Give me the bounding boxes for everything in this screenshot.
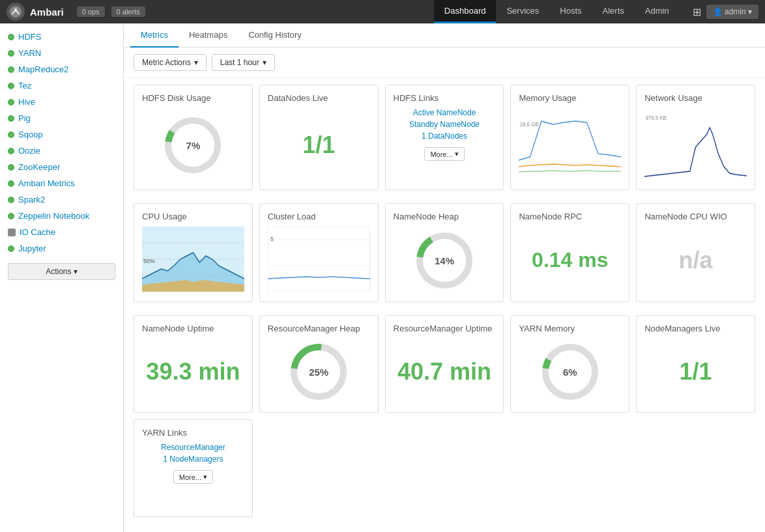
- sidebar-label-jupyter: Jupyter: [18, 244, 46, 253]
- network-chart-area: 976.5 KB: [644, 108, 747, 182]
- rm-heap-donut: 25%: [286, 339, 351, 404]
- card-namenode-cpu-wio: NameNode CPU WIO n/a: [636, 203, 755, 302]
- chevron-down-icon: ▾: [194, 58, 198, 67]
- sidebar-actions-button[interactable]: Actions ▾: [8, 263, 115, 280]
- card-title-nn-uptime: NameNode Uptime: [142, 324, 244, 333]
- user-menu-button[interactable]: 👤 admin ▾: [706, 5, 758, 19]
- sidebar-item-spark2[interactable]: Spark2: [0, 191, 123, 208]
- main-layout: HDFS YARN MapReduce2 Tez Hive Pig Sqoop: [0, 23, 765, 532]
- hdfs-donut-label: 7%: [186, 139, 201, 150]
- hdfs-donut: 7%: [160, 113, 225, 178]
- app-title: Ambari: [30, 7, 64, 18]
- yarn-memory-donut-container: 6%: [519, 339, 621, 404]
- sidebar-item-zookeeper[interactable]: ZooKeeper: [0, 159, 123, 175]
- chevron-down-icon-2: ▾: [263, 58, 267, 67]
- oozie-status-dot: [8, 148, 14, 154]
- nn-cpu-wio-value: n/a: [644, 227, 747, 294]
- hdfs-link-datanodes[interactable]: 1 DataNodes: [394, 132, 496, 141]
- cpu-chart-area: 50%: [142, 227, 244, 294]
- yarn-memory-donut: 6%: [538, 339, 603, 404]
- spark2-status-dot: [8, 197, 14, 203]
- card-yarn-links: YARN Links ResourceManager 1 NodeManager…: [134, 419, 253, 517]
- card-title-cluster: Cluster Load: [268, 212, 370, 221]
- hdfs-donut-container: 7%: [142, 108, 244, 182]
- sidebar-item-io-cache[interactable]: IO Cache: [0, 224, 123, 240]
- sidebar-item-hdfs[interactable]: HDFS: [0, 29, 123, 45]
- tab-config-history[interactable]: Config History: [238, 23, 312, 48]
- sqoop-status-dot: [8, 132, 14, 138]
- pig-status-dot: [8, 115, 14, 122]
- hdfs-link-active-namenode[interactable]: Active NameNode: [394, 108, 496, 117]
- sidebar-item-mapreduce2[interactable]: MapReduce2: [0, 61, 123, 77]
- card-memory-usage: Memory Usage 18.6 GB: [510, 85, 629, 190]
- zookeeper-status-dot: [8, 164, 14, 171]
- content-area: Metrics Heatmaps Config History Metric A…: [124, 23, 765, 532]
- sidebar-item-pig[interactable]: Pig: [0, 110, 123, 126]
- card-title-network: Network Usage: [644, 93, 747, 103]
- sidebar-label-tez: Tez: [18, 81, 31, 91]
- io-cache-icon: [8, 229, 16, 236]
- hdfs-links-more-button[interactable]: More... ▾: [424, 147, 464, 161]
- sidebar-label-sqoop: Sqoop: [18, 130, 43, 139]
- sidebar: HDFS YARN MapReduce2 Tez Hive Pig Sqoop: [0, 23, 124, 532]
- hdfs-link-standby-namenode[interactable]: Standby NameNode: [394, 120, 496, 129]
- card-title-nn-cpu-wio: NameNode CPU WIO: [644, 212, 747, 221]
- sidebar-item-ambari-metrics[interactable]: Ambari Metrics: [0, 175, 123, 191]
- card-title-nn-heap: NameNode Heap: [394, 212, 496, 221]
- datanodes-value: 1/1: [268, 108, 370, 182]
- metrics-row-2: CPU Usage 50%: [124, 197, 765, 309]
- card-title-cpu: CPU Usage: [142, 212, 244, 221]
- yarn-link-rm[interactable]: ResourceManager: [142, 443, 244, 452]
- sidebar-item-sqoop[interactable]: Sqoop: [0, 126, 123, 143]
- tab-metrics[interactable]: Metrics: [130, 23, 179, 48]
- app-logo: Ambari: [7, 3, 64, 21]
- top-nav: Ambari 0 ops 0 alerts Dashboard Services…: [0, 0, 765, 23]
- sidebar-label-zookeeper: ZooKeeper: [18, 162, 60, 172]
- hdfs-status-dot: [8, 34, 14, 40]
- nn-rpc-value: 0.14 ms: [519, 227, 621, 294]
- card-datanodes-live: DataNodes Live 1/1: [259, 85, 379, 190]
- yarn-link-nm[interactable]: 1 NodeManagers: [142, 455, 244, 464]
- sidebar-label-ambari-metrics: Ambari Metrics: [18, 178, 75, 188]
- card-yarn-memory: YARN Memory 6%: [510, 315, 629, 413]
- card-title-memory: Memory Usage: [519, 93, 621, 103]
- card-title-yarn-links: YARN Links: [142, 428, 244, 438]
- yarn-links-more-button[interactable]: More... ▾: [173, 470, 213, 484]
- alerts-badge[interactable]: 0 alerts: [111, 7, 145, 17]
- memory-chart-area: 18.6 GB: [519, 108, 621, 182]
- card-cluster-load: Cluster Load 5: [259, 203, 379, 302]
- rm-uptime-value: 40.7 min: [394, 339, 496, 404]
- svg-text:5: 5: [270, 236, 274, 242]
- sidebar-label-zeppelin: Zeppelin Notebook: [18, 211, 89, 221]
- mapreduce2-status-dot: [8, 66, 14, 73]
- nn-heap-donut-label: 14%: [435, 255, 454, 266]
- sidebar-item-tez[interactable]: Tez: [0, 77, 123, 94]
- sidebar-item-zeppelin[interactable]: Zeppelin Notebook: [0, 208, 123, 224]
- metrics-row-3: NameNode Uptime 39.3 min ResourceManager…: [124, 309, 765, 419]
- nav-tab-hosts[interactable]: Hosts: [549, 0, 592, 23]
- card-title-hdfs-links: HDFS Links: [394, 93, 496, 103]
- svg-point-1: [14, 8, 17, 11]
- nav-tab-services[interactable]: Services: [496, 0, 549, 23]
- metrics-row-1: HDFS Disk Usage 7% DataNodes Live 1/1: [124, 78, 765, 197]
- ops-badge[interactable]: 0 ops: [77, 7, 105, 17]
- ambari-metrics-status-dot: [8, 180, 14, 187]
- card-hdfs-links: HDFS Links Active NameNode Standby NameN…: [385, 85, 504, 190]
- card-hdfs-disk-usage: HDFS Disk Usage 7%: [134, 85, 253, 190]
- grid-icon[interactable]: ⊞: [693, 6, 701, 18]
- nodemanagers-value: 1/1: [644, 339, 747, 404]
- yarn-memory-donut-label: 6%: [563, 366, 577, 377]
- time-range-button[interactable]: Last 1 hour ▾: [212, 54, 275, 71]
- nav-tab-alerts[interactable]: Alerts: [592, 0, 635, 23]
- card-namenode-heap: NameNode Heap 14%: [385, 203, 504, 302]
- sidebar-item-yarn[interactable]: YARN: [0, 45, 123, 61]
- sidebar-item-oozie[interactable]: Oozie: [0, 143, 123, 159]
- nav-tab-dashboard[interactable]: Dashboard: [434, 0, 497, 23]
- cluster-chart-area: 5: [268, 227, 370, 294]
- metric-actions-button[interactable]: Metric Actions ▾: [134, 54, 207, 71]
- nav-tab-admin[interactable]: Admin: [635, 0, 680, 23]
- sidebar-item-hive[interactable]: Hive: [0, 94, 123, 110]
- sidebar-item-jupyter[interactable]: Jupyter: [0, 240, 123, 257]
- card-title-hdfs-disk: HDFS Disk Usage: [142, 93, 244, 103]
- tab-heatmaps[interactable]: Heatmaps: [179, 23, 238, 48]
